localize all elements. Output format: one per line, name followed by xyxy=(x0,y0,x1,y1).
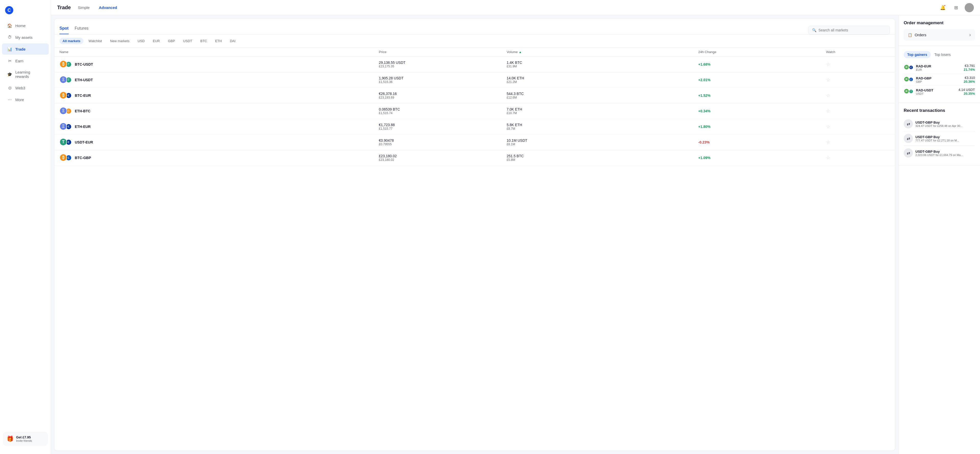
gainer-coin2-icon: T xyxy=(909,89,913,94)
sidebar-item-my-assets[interactable]: ⏱ My assets xyxy=(2,32,49,43)
page-title: Trade xyxy=(57,5,71,11)
sidebar-item-learning-label: Learning rewards xyxy=(15,70,44,79)
sidebar-item-earn[interactable]: ✂ Earn xyxy=(2,55,49,66)
price-sub: £1,515.77 xyxy=(379,127,507,131)
invite-subtitle: Invite friends xyxy=(16,439,32,442)
gainer-row[interactable]: R £ RAD-GBP GBP €3.310 20.36% xyxy=(904,74,975,86)
logo-icon: C xyxy=(5,6,13,14)
sidebar-item-trade-label: Trade xyxy=(15,47,25,51)
sidebar-item-web3[interactable]: ⊙ Web3 xyxy=(2,82,49,94)
volume-sort-icon[interactable]: ▲ xyxy=(519,50,522,54)
sidebar-item-home[interactable]: 🏠 Home xyxy=(2,20,49,31)
market-header-row: Spot Futures 🔍 xyxy=(59,23,890,35)
price-cell: €1,723.88 £1,515.77 xyxy=(379,123,507,131)
order-management-title: Order management xyxy=(904,21,975,25)
watchlist-star[interactable]: ☆ xyxy=(826,77,890,83)
trade-icon: 📊 xyxy=(7,46,12,52)
market-header: Spot Futures 🔍 xyxy=(54,19,895,35)
main-content: Trade Simple Advanced 🔔 ⊞ Spot Futures xyxy=(51,0,980,454)
volume-main: 5.8K ETH xyxy=(507,123,698,127)
sidebar-item-more[interactable]: ⋯ More xyxy=(2,94,49,105)
table-row[interactable]: Ξ € ETH-EUR €1,723.88 £1,515.77 5.8K ETH… xyxy=(54,119,895,135)
notification-button[interactable]: 🔔 xyxy=(938,3,947,12)
tab-futures[interactable]: Futures xyxy=(75,26,89,34)
gainer-info: RAD-USDT USDT xyxy=(916,88,956,95)
market-tabs: Spot Futures xyxy=(59,26,89,34)
tab-top-losers[interactable]: Top losers xyxy=(931,51,954,58)
coin-cell: Ξ ₿ ETH-BTC xyxy=(59,107,379,115)
filter-usdt[interactable]: USDT xyxy=(180,38,195,44)
volume-sub: £8.1M xyxy=(507,142,698,146)
tx-row[interactable]: ⇄ USDT-GBP Buy 324.47 USDT for £258.48 o… xyxy=(904,117,975,131)
table-row[interactable]: Ξ T ETH-USDT 1,905.28 USDT £1,515.36 14.… xyxy=(54,72,895,88)
gainer-icons: R T xyxy=(904,88,913,95)
sidebar-item-earn-label: Earn xyxy=(15,59,24,63)
volume-cell: 251.5 BTC £5.8M xyxy=(507,154,698,162)
volume-cell: 5.8K ETH £8.7M xyxy=(507,123,698,131)
sidebar-item-web3-label: Web3 xyxy=(15,86,25,90)
gainer-row[interactable]: R T RAD-USDT USDT 4.14 USDT 20.35% xyxy=(904,86,975,97)
filter-gbp[interactable]: GBP xyxy=(165,38,178,44)
table-row[interactable]: ₿ £ BTC-GBP £23,180.02 £23,180.02 251.5 … xyxy=(54,150,895,166)
table-row[interactable]: ₿ T BTC-USDT 29,138.55 USDT £23,175.35 1… xyxy=(54,57,895,72)
filter-dai[interactable]: DAI xyxy=(227,38,239,44)
orders-row[interactable]: 📋 Orders › xyxy=(904,29,975,41)
watchlist-star[interactable]: ☆ xyxy=(826,139,890,145)
watchlist-star[interactable]: ☆ xyxy=(826,124,890,129)
gainer-info: RAD-EUR EUR xyxy=(916,64,961,71)
sidebar-item-more-label: More xyxy=(15,97,24,102)
filter-btc[interactable]: BTC xyxy=(197,38,210,44)
coin-name: BTC-EUR xyxy=(75,94,91,97)
filter-all-markets[interactable]: All markets xyxy=(59,38,83,44)
gainer-change: 20.36% xyxy=(964,80,975,83)
filter-eur[interactable]: EUR xyxy=(150,38,163,44)
gainer-change: 20.35% xyxy=(959,92,975,96)
grid-button[interactable]: ⊞ xyxy=(951,3,961,12)
logo[interactable]: C xyxy=(0,4,51,19)
filter-new-markets[interactable]: New markets xyxy=(107,38,132,44)
watchlist-star[interactable]: ☆ xyxy=(826,108,890,114)
table-row[interactable]: Ξ ₿ ETH-BTC 0.06539 BTC £1,515.74 7.0K E… xyxy=(54,104,895,119)
watchlist-star[interactable]: ☆ xyxy=(826,155,890,161)
filter-watchlist[interactable]: Watchlist xyxy=(86,38,105,44)
volume-cell: 14.0K ETH £21.2M xyxy=(507,76,698,84)
table-row[interactable]: T € USDT-EUR €0.90478 £0.79555 10.1M USD… xyxy=(54,135,895,150)
table-row[interactable]: ₿ € BTC-EUR €26,378.16 £23,193.69 544.3 … xyxy=(54,88,895,104)
tab-simple[interactable]: Simple xyxy=(76,4,92,11)
price-cell: €0.90478 £0.79555 xyxy=(379,139,507,146)
filter-tabs: All markets Watchlist New markets USD EU… xyxy=(54,35,895,48)
tab-advanced[interactable]: Advanced xyxy=(97,4,119,11)
tab-top-gainers[interactable]: Top gainers xyxy=(904,51,931,58)
filter-eth[interactable]: ETH xyxy=(212,38,225,44)
tx-icon: ⇄ xyxy=(904,119,913,129)
tx-detail: 777.47 USDT for £2,271.18 on M... xyxy=(915,139,975,142)
gainer-row[interactable]: R € RAD-EUR EUR €3.791 21.74% xyxy=(904,62,975,74)
watchlist-star[interactable]: ☆ xyxy=(826,62,890,67)
gift-icon: 🎁 xyxy=(6,436,14,442)
change-value: +2.01% xyxy=(698,78,826,82)
recent-transactions-title: Recent transactions xyxy=(904,108,975,113)
gainer-price: 4.14 USDT xyxy=(959,88,975,92)
sidebar-item-learning-rewards[interactable]: 🎓 Learning rewards xyxy=(2,67,49,82)
tx-pair: USDT-GBP Buy xyxy=(915,121,975,124)
tx-row[interactable]: ⇄ USDT-GBP Buy 777.47 USDT for £2,271.18… xyxy=(904,131,975,146)
search-input[interactable] xyxy=(818,28,886,32)
sidebar-item-trade[interactable]: 📊 Trade xyxy=(2,43,49,55)
watchlist-star[interactable]: ☆ xyxy=(826,93,890,98)
search-bar[interactable]: 🔍 xyxy=(808,26,890,35)
invite-card[interactable]: 🎁 Get £7.95 Invite friends xyxy=(3,432,48,446)
volume-sub: £10.7M xyxy=(507,112,698,115)
filter-usd[interactable]: USD xyxy=(135,38,148,44)
volume-cell: 544.3 BTC £12.6M xyxy=(507,92,698,99)
change-value: -0.23% xyxy=(698,140,826,144)
gainer-coin2-icon: £ xyxy=(909,77,913,82)
gainers-section: Top gainers Top losers R € RAD-EUR EUR €… xyxy=(899,46,980,103)
tx-info: USDT-GBP Buy 777.47 USDT for £2,271.18 o… xyxy=(915,135,975,142)
market-table: Name Price Volume ▲ 24h Change Watch ₿ T xyxy=(54,48,895,451)
avatar[interactable] xyxy=(965,3,974,12)
notification-dot xyxy=(944,5,946,6)
coin-icons: ₿ € xyxy=(59,91,72,100)
tab-spot[interactable]: Spot xyxy=(59,26,68,34)
coin-icon-eth: Ξ xyxy=(59,107,67,115)
tx-row[interactable]: ⇄ USDT-GBP Buy 2,023.06 USDT for £1,664.… xyxy=(904,146,975,160)
